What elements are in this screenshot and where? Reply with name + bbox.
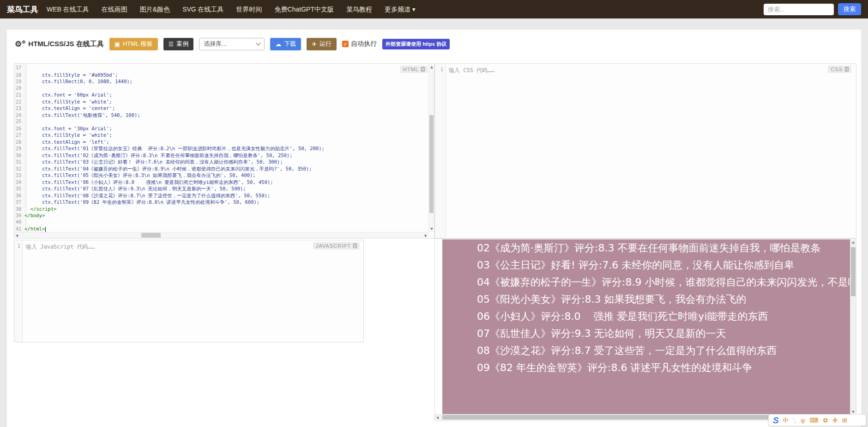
code-text: </body> xyxy=(24,212,45,219)
vertical-scroll-thumb[interactable] xyxy=(429,115,434,213)
nav-item[interactable]: 免费ChatGPT中文版 xyxy=(275,6,334,13)
code-line[interactable]: 22 ctx.fillStyle = 'white'; xyxy=(14,98,428,105)
horizontal-scroll-thumb[interactable] xyxy=(442,415,778,420)
css-line-number: 1 xyxy=(435,67,443,73)
code-line[interactable]: 20 xyxy=(14,85,428,92)
code-line[interactable]: 36 ctx.fillText('08《沙漠之花》评分:8.7\n 受了这些苦，… xyxy=(14,192,428,199)
line-number: 23 xyxy=(14,105,24,112)
preview-text-line: 02《成为简·奥斯汀》评分:8.3 不要在任何事物面前迷失掉自我，哪怕是教条 xyxy=(442,239,850,256)
page-title: ⚙⚙ HTML/CSS/JS 在线工具 xyxy=(15,40,104,49)
code-line[interactable]: 35 ctx.fillText('07《乱世佳人》评分:9.3\n 无论如何，明… xyxy=(14,185,428,192)
line-number: 36 xyxy=(14,193,24,200)
scroll-up-arrow-icon[interactable] xyxy=(430,66,433,68)
code-line[interactable]: 31 ctx.fillText('03《公主日记》好看！ 评分:7.6\n 未经… xyxy=(14,159,428,165)
search-button[interactable]: 搜索 xyxy=(838,3,861,15)
preview-vertical-scrollbar[interactable] xyxy=(850,239,856,415)
library-select-value: 选择库... xyxy=(204,40,227,48)
code-text: ctx.font = '60px Arial'; xyxy=(24,92,112,98)
code-text: ctx.fillRect(0, 0, 1080, 1440); xyxy=(24,78,133,85)
code-line[interactable]: 17 xyxy=(14,65,428,72)
ime-icon[interactable]: ⊞ xyxy=(842,417,847,423)
code-text: ctx.fillText('08《沙漠之花》评分:8.7\n 受了这些苦，一定是… xyxy=(24,192,270,199)
code-line[interactable]: 25 xyxy=(14,118,428,125)
code-line[interactable]: 26 ctx.font = '30px Arial'; xyxy=(14,125,428,132)
ime-icon[interactable]: ψ xyxy=(801,417,805,423)
run-button[interactable]: ✈ 运行 xyxy=(307,38,337,50)
vertical-scroll-thumb[interactable] xyxy=(851,247,856,296)
ime-toolbar: S 中’,ψ⌨✿✜⊞ xyxy=(768,414,866,426)
code-line[interactable]: 18 ctx.fillStyle = '#a095bd'; xyxy=(14,72,428,79)
scroll-right-arrow-icon[interactable] xyxy=(425,234,427,237)
examples-button[interactable]: ☰ 案例 xyxy=(163,38,194,50)
line-number: 34 xyxy=(14,179,24,186)
scroll-down-arrow-icon[interactable] xyxy=(852,411,855,413)
preview-text-line: 05《阳光小美女》评分:8.3 如果我想要飞，我会有办法飞的 xyxy=(442,291,850,308)
code-line[interactable]: 29 ctx.fillText('01《穿普拉达的女王》经典 评分:8.2\n … xyxy=(14,145,428,152)
css-pane-label: CSS xyxy=(828,66,851,73)
code-line[interactable]: 34 ctx.fillText('06《小妇人》评分:8.0 强推\n 爱是我们… xyxy=(14,179,428,186)
code-line[interactable]: 23 ctx.textAlign = 'center'; xyxy=(14,105,428,112)
cloud-download-icon: ☁ xyxy=(275,41,281,47)
nav-item[interactable]: WEB 在线工具 xyxy=(47,6,89,13)
ime-icon[interactable]: ✿ xyxy=(823,417,828,423)
code-text: ctx.fillText('07《乱世佳人》评分:9.3\n 无论如何，明天又是… xyxy=(24,185,246,192)
code-line[interactable]: 41</html> xyxy=(14,226,428,232)
library-select[interactable]: 选择库... xyxy=(199,38,265,50)
scroll-down-arrow-icon[interactable] xyxy=(430,228,433,230)
search-input[interactable] xyxy=(764,4,834,15)
auto-run-label: 自动执行 xyxy=(351,40,377,48)
nav-item[interactable]: 更多频道 ▾ xyxy=(385,6,416,13)
main-card: ⚙⚙ HTML/CSS/JS 在线工具 ▣ HTML 模板 ☰ 案例 选择库..… xyxy=(7,30,861,427)
auto-run-checkbox[interactable]: ✓ xyxy=(342,41,349,47)
paper-plane-icon: ✈ xyxy=(312,41,317,47)
code-line[interactable]: 19 ctx.fillRect(0, 0, 1080, 1440); xyxy=(14,78,428,85)
line-number: 40 xyxy=(14,219,24,226)
js-editor-pane[interactable]: 1 输入 JavaScript 代码…… JAVASCRIPT xyxy=(14,240,364,342)
nav-item[interactable]: 在线画图 xyxy=(102,6,127,13)
code-text: ctx.fillText('02《成为简·奥斯汀》评分:8.3\n 不要在任何事… xyxy=(24,152,293,159)
nav-item[interactable]: SVG 在线工具 xyxy=(182,6,223,13)
code-text: ctx.fillText('05《阳光小美女》评分:8.3\n 如果我想要飞，我… xyxy=(24,172,256,179)
ime-icon[interactable]: ’, xyxy=(793,417,796,423)
scroll-left-arrow-icon[interactable] xyxy=(436,416,439,419)
ime-icon[interactable]: ✜ xyxy=(832,417,838,423)
code-line[interactable]: 30 ctx.fillText('02《成为简·奥斯汀》评分:8.3\n 不要在… xyxy=(14,152,428,159)
site-logo[interactable]: 菜鸟工具 xyxy=(7,4,38,15)
code-line[interactable]: 28 ctx.textAlign = 'left'; xyxy=(14,139,428,146)
html-horizontal-scrollbar[interactable] xyxy=(14,232,428,238)
code-line[interactable]: 37 ctx.fillText('09《82 年生的金智英》评分:8.6\n 讲… xyxy=(14,199,428,206)
line-number: 19 xyxy=(14,79,24,85)
code-line[interactable]: 40 xyxy=(14,219,428,226)
code-line[interactable]: 24 ctx.fillText('电影推荐', 540, 100); xyxy=(14,112,428,119)
download-button[interactable]: ☁ 下载 xyxy=(270,38,301,50)
code-text: ctx.font = '30px Arial'; xyxy=(24,125,112,132)
ime-icon[interactable]: 中 xyxy=(783,417,789,423)
html-editor-pane: 1718 ctx.fillStyle = '#a095bd';19 ctx.fi… xyxy=(14,63,434,238)
html-code-area[interactable]: 1718 ctx.fillStyle = '#a095bd';19 ctx.fi… xyxy=(14,65,428,232)
code-line[interactable]: 27 ctx.fillStyle = 'white'; xyxy=(14,132,428,139)
nav-menu: WEB 在线工具在线画图图片&颜色SVG 在线工具世界时间免费ChatGPT中文… xyxy=(47,5,428,14)
code-line[interactable]: 21 ctx.font = '60px Arial'; xyxy=(14,92,428,98)
line-number: 38 xyxy=(14,206,24,213)
nav-item[interactable]: 图片&颜色 xyxy=(140,6,170,13)
css-editor-pane[interactable]: 1 输入 CSS 代码…… CSS xyxy=(434,63,856,238)
nav-item[interactable]: 世界时间 xyxy=(236,6,262,13)
line-number: 24 xyxy=(14,112,24,119)
horizontal-scroll-thumb[interactable] xyxy=(141,233,161,238)
ime-icon[interactable]: ⌨ xyxy=(809,417,818,423)
scroll-left-arrow-icon[interactable] xyxy=(16,234,18,237)
code-line[interactable]: 39</body> xyxy=(14,212,428,219)
html-vertical-scrollbar[interactable] xyxy=(428,64,434,232)
ime-logo[interactable]: S xyxy=(773,416,779,425)
html-template-button[interactable]: ▣ HTML 模板 xyxy=(109,38,158,50)
line-number: 21 xyxy=(14,92,24,99)
scroll-up-arrow-icon[interactable] xyxy=(852,241,855,244)
code-line[interactable]: 32 ctx.fillText('04《被嫌弃的松子的一生》评分:8.9\n 小… xyxy=(14,165,428,172)
line-number: 33 xyxy=(14,172,24,179)
nav-item[interactable]: 菜鸟教程 xyxy=(346,6,372,13)
code-line[interactable]: 38 </script> xyxy=(14,206,428,213)
ime-icons: 中’,ψ⌨✿✜⊞ xyxy=(783,417,847,423)
run-label: 运行 xyxy=(319,40,332,48)
html-template-label: HTML 模板 xyxy=(123,40,153,48)
code-line[interactable]: 33 ctx.fillText('05《阳光小美女》评分:8.3\n 如果我想要… xyxy=(14,172,428,179)
